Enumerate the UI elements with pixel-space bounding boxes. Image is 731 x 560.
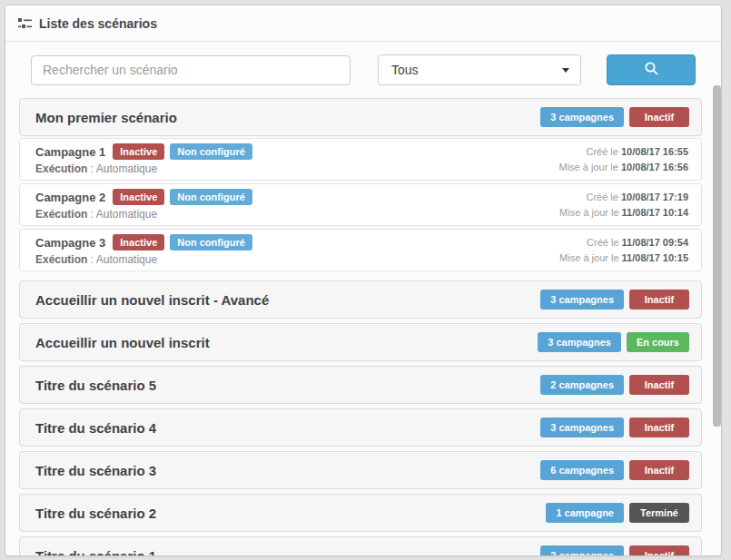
campaign-info: Campagne 2 Inactive Non configuré Exécut…	[35, 189, 258, 221]
scenario-title: Accueillir un nouvel inscrit - Avancé	[35, 292, 269, 308]
scenario-badges: 2 campagnes Inactif	[540, 375, 689, 395]
campaign-state-badge: Inactive	[113, 234, 164, 251]
scenario-title: Titre du scénario 4	[35, 420, 156, 436]
campaign-name: Campagne 3	[35, 236, 105, 250]
scrollbar-thumb[interactable]	[713, 85, 721, 427]
search-icon	[644, 61, 659, 80]
created-date: Créé le 10/08/17 17:19	[559, 190, 688, 205]
scenario-badges: 3 campagnes En cours	[538, 332, 689, 352]
status-badge: Terminé	[629, 503, 689, 523]
scenario-badges: 1 campagne Terminé	[546, 503, 689, 523]
scenario-badges: 3 campagnes Inactif	[540, 290, 689, 309]
updated-date: Mise à jour le 11/08/17 10:14	[559, 205, 688, 221]
filter-select-value: Tous	[391, 63, 419, 77]
status-badge: Inactif	[629, 375, 689, 395]
scenario-title: Titre du scénario 1	[35, 548, 156, 557]
status-badge: Inactif	[629, 418, 689, 437]
campaign-name: Campagne 1	[35, 145, 105, 159]
campaign-info: Campagne 1 Inactive Non configuré Exécut…	[35, 143, 258, 175]
campaign-dates: Créé le 10/08/17 16:55 Mise à jour le 10…	[559, 144, 689, 175]
campaign-state-badge: Inactive	[113, 189, 164, 205]
updated-date: Mise à jour le 11/08/17 10:15	[559, 251, 688, 266]
scenario-title: Mon premier scénario	[35, 110, 177, 125]
campaign-count-badge: 3 campagnes	[540, 418, 624, 437]
search-button[interactable]	[607, 54, 696, 85]
scenario-list: Mon premier scénario 3 campagnes Inactif…	[19, 98, 702, 556]
campaign-count-badge: 3 campagnes	[540, 290, 624, 309]
search-input[interactable]	[31, 55, 351, 85]
scrollbar[interactable]	[713, 41, 721, 555]
campaign-row[interactable]: Campagne 1 Inactive Non configuré Exécut…	[19, 138, 702, 181]
chevron-down-icon	[562, 68, 569, 73]
scenario-title: Accueillir un nouvel inscrit	[35, 335, 210, 350]
scenario-badges: 3 campagnes Inactif	[540, 107, 689, 127]
page-title: Liste des scénarios	[39, 16, 157, 31]
scenario-badges: 2 campagnes Inactif	[540, 545, 689, 556]
scenario-title: Titre du scénario 2	[35, 506, 156, 521]
status-badge: Inactif	[629, 290, 689, 309]
scenario-row[interactable]: Titre du scénario 1 2 campagnes Inactif	[19, 536, 702, 556]
filter-select[interactable]: Tous	[378, 54, 581, 85]
created-date: Créé le 11/08/17 09:54	[559, 235, 688, 251]
scenario-row[interactable]: Accueillir un nouvel inscrit 3 campagnes…	[19, 323, 702, 361]
campaign-count-badge: 3 campagnes	[540, 107, 624, 127]
scenario-row[interactable]: Titre du scénario 2 1 campagne Terminé	[19, 494, 702, 532]
status-badge: Inactif	[629, 460, 689, 480]
scenario-row[interactable]: Mon premier scénario 3 campagnes Inactif	[19, 98, 702, 136]
tasks-list-icon	[18, 17, 32, 29]
panel-header: Liste des scénarios	[5, 5, 721, 42]
scenario-row[interactable]: Titre du scénario 4 3 campagnes Inactif	[19, 408, 702, 447]
scenario-badges: 6 campagnes Inactif	[540, 460, 689, 480]
status-badge: En cours	[627, 332, 689, 352]
campaign-count-badge: 3 campagnes	[538, 332, 621, 352]
campaign-count-badge: 6 campagnes	[540, 460, 624, 480]
scenario-row[interactable]: Accueillir un nouvel inscrit - Avancé 3 …	[19, 280, 702, 319]
campaign-config-badge: Non configuré	[170, 189, 252, 205]
campaign-state-badge: Inactive	[113, 143, 164, 160]
scenario-title: Titre du scénario 3	[35, 463, 156, 478]
scenario-row[interactable]: Titre du scénario 3 6 campagnes Inactif	[19, 451, 702, 489]
updated-date: Mise à jour le 10/08/17 16:56	[559, 160, 689, 175]
campaign-info: Campagne 3 Inactive Non configuré Exécut…	[35, 234, 258, 266]
campaign-row[interactable]: Campagne 2 Inactive Non configuré Exécut…	[19, 183, 702, 226]
campaign-execution: Exécution : Automatique	[35, 162, 258, 175]
campaign-count-badge: 1 campagne	[546, 503, 624, 523]
toolbar: Tous	[5, 42, 721, 96]
campaign-name: Campagne 2	[35, 191, 105, 204]
scenarios-panel: Liste des scénarios Tous Mon premier scé…	[5, 5, 722, 556]
campaign-dates: Créé le 10/08/17 17:19 Mise à jour le 11…	[559, 190, 688, 221]
created-date: Créé le 10/08/17 16:55	[559, 144, 689, 160]
status-badge: Inactif	[629, 107, 689, 127]
campaign-config-badge: Non configuré	[170, 234, 252, 251]
campaign-dates: Créé le 11/08/17 09:54 Mise à jour le 11…	[559, 235, 688, 266]
status-badge: Inactif	[629, 545, 689, 556]
campaign-count-badge: 2 campagnes	[540, 375, 624, 395]
scenario-badges: 3 campagnes Inactif	[540, 418, 689, 437]
campaign-config-badge: Non configuré	[170, 143, 252, 160]
campaign-count-badge: 2 campagnes	[540, 545, 624, 556]
scenario-title: Titre du scénario 5	[35, 378, 156, 393]
campaign-row[interactable]: Campagne 3 Inactive Non configuré Exécut…	[19, 229, 702, 271]
scenario-row[interactable]: Titre du scénario 5 2 campagnes Inactif	[19, 366, 702, 404]
campaign-execution: Exécution : Automatique	[35, 253, 258, 266]
campaign-execution: Exécution : Automatique	[35, 208, 258, 221]
